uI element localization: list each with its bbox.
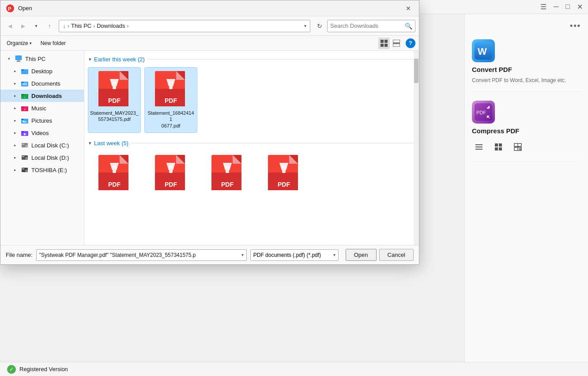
sidebar-item-pictures[interactable]: ▸ Pictures	[0, 114, 84, 127]
convert-pdf-desc: Convert PDF to Word, Excel, Image etc.	[472, 77, 581, 84]
sidebar-item-toshiba-e[interactable]: ▸ TOSHIBA (E:)	[0, 164, 84, 176]
sidebar-item-videos[interactable]: ▸ Videos	[0, 127, 84, 139]
compress-pdf-icon: PDF	[472, 101, 495, 124]
up-button[interactable]: ↑	[44, 20, 55, 32]
svg-text:PDF: PDF	[476, 110, 486, 115]
search-input[interactable]	[330, 23, 403, 29]
svg-rect-35	[384, 44, 388, 47]
svg-text:PDF: PDF	[165, 97, 177, 104]
file-item-4[interactable]: PDF	[144, 151, 197, 198]
more-menu-icon[interactable]: •••	[472, 21, 581, 30]
help-button[interactable]: ?	[406, 38, 415, 48]
table-view-icon[interactable]	[511, 140, 525, 154]
sidebar-item-local-disk-d[interactable]: ▸ Local Disk (D:)	[0, 151, 84, 164]
filetype-dropdown[interactable]: PDF documents (.pdf) (*.pdf) ▾	[250, 249, 339, 261]
svg-text:W: W	[478, 46, 487, 57]
sidebar-item-desktop[interactable]: ▸ Desktop	[0, 65, 84, 77]
expand-music-icon: ▸	[12, 105, 18, 111]
videos-folder-icon	[21, 129, 29, 137]
file-item-1[interactable]: PDF Statement_MAY2023_557341575.pdf	[88, 67, 141, 133]
search-box[interactable]: 🔍	[327, 20, 415, 32]
nav-path-drive-icon: ↓	[63, 23, 66, 30]
maximize-icon[interactable]: □	[565, 3, 570, 11]
nav-path-thispc: This PC	[71, 23, 91, 29]
scrollbar-track[interactable]	[414, 51, 419, 245]
cancel-button[interactable]: Cancel	[379, 249, 414, 261]
svg-text:PDF: PDF	[165, 181, 177, 188]
file-item-2[interactable]: PDF Statement_1684241410677.pdf	[144, 67, 197, 133]
sidebar-label-pictures: Pictures	[31, 117, 52, 124]
expand-videos-icon: ▸	[12, 130, 18, 136]
filename-dropdown-icon[interactable]: ▾	[240, 252, 244, 257]
group-title-lastweek: Last week (5)	[94, 140, 128, 147]
nav-path-downloads: Downloads	[97, 23, 125, 29]
svg-text:♪: ♪	[24, 107, 26, 111]
filename-input-wrapper[interactable]: "Systweak PDF Manager.pdf" "Statement_MA…	[36, 249, 247, 261]
sidebar-item-music[interactable]: ▸ ♪ Music	[0, 102, 84, 114]
convert-pdf-title: Convert PDF	[472, 66, 581, 73]
sidebar-item-this-pc[interactable]: ▾ This PC	[0, 53, 84, 65]
file-name-2: Statement_1684241410677.pdf	[147, 110, 195, 129]
compress-pdf-card: PDF Compress PDF	[472, 101, 581, 162]
nav-path-dropdown[interactable]: ▾	[304, 23, 306, 28]
svg-rect-89	[113, 166, 116, 173]
details-view-button[interactable]	[391, 38, 402, 49]
svg-rect-21	[499, 143, 502, 147]
svg-text:PDF: PDF	[108, 97, 121, 104]
sidebar-item-downloads[interactable]: ▸ ↓ Downloads	[0, 90, 84, 102]
sidebar-item-documents[interactable]: ▸ Documents	[0, 77, 84, 90]
menu-icon[interactable]: ☰	[540, 3, 547, 11]
open-button[interactable]: Open	[346, 249, 377, 261]
group-sep-lastweek	[131, 143, 415, 143]
collapse-earlier-icon: ▾	[89, 56, 91, 62]
file-item-5[interactable]: PDF	[201, 151, 254, 198]
minimize-icon[interactable]: ─	[554, 3, 558, 11]
bg-close-icon[interactable]: ✕	[577, 3, 583, 11]
svg-rect-22	[495, 147, 498, 150]
filename-label: File name:	[6, 252, 33, 258]
refresh-button[interactable]: ↻	[314, 20, 325, 32]
dropdown-recent-button[interactable]: ▼	[30, 20, 42, 32]
group-sep-earlier	[147, 59, 415, 60]
forward-button[interactable]: ▶	[17, 20, 29, 32]
svg-rect-45	[23, 83, 27, 84]
local-disk-c-icon	[21, 141, 29, 149]
sidebar-label-local-disk-c: Local Disk (C:)	[31, 142, 69, 149]
list-view-icon[interactable]	[472, 140, 486, 154]
filename-value: "Systweak PDF Manager.pdf" "Statement_MA…	[39, 252, 240, 258]
icon-view-button[interactable]	[378, 38, 390, 49]
svg-rect-18	[475, 147, 482, 147]
registered-text: Registered Version	[19, 366, 68, 372]
svg-rect-23	[499, 147, 502, 150]
group-title-earlier: Earlier this week (2)	[94, 56, 145, 63]
file-grid-earlier: PDF Statement_MAY2023_557341575.pdf P	[88, 67, 415, 133]
file-item-6[interactable]: PDF	[257, 151, 310, 198]
pdf-icon-6: PDF	[266, 155, 302, 194]
svg-rect-64	[22, 156, 24, 157]
svg-text:↓: ↓	[24, 95, 26, 99]
sidebar-label-local-disk-d: Local Disk (D:)	[31, 154, 69, 161]
sidebar-item-local-disk-c[interactable]: ▸ Local Disk (C:)	[0, 139, 84, 151]
grid-view-icon[interactable]	[491, 140, 505, 154]
organize-button[interactable]: Organize ▾	[4, 39, 34, 48]
group-header-earlier-this-week[interactable]: ▾ Earlier this week (2)	[88, 54, 415, 64]
svg-rect-37	[393, 44, 400, 47]
svg-text:PDF: PDF	[221, 181, 234, 188]
dialog-close-button[interactable]: ✕	[403, 3, 414, 14]
group-header-last-week[interactable]: ▾ Last week (5)	[88, 138, 415, 148]
svg-rect-82	[169, 82, 173, 89]
new-folder-button[interactable]: New folder	[38, 39, 68, 48]
svg-rect-46	[23, 84, 27, 85]
svg-rect-40	[16, 61, 21, 62]
nav-path-bar[interactable]: ↓ › This PC › Downloads › ▾	[59, 20, 310, 32]
local-disk-d-icon	[21, 154, 29, 162]
svg-rect-19	[475, 149, 482, 150]
dialog-title-left: P Open	[6, 4, 32, 13]
scrollbar-thumb[interactable]	[414, 59, 418, 83]
file-item-3[interactable]: PDF	[88, 151, 141, 198]
back-button[interactable]: ◀	[4, 20, 15, 32]
dialog-toolbar: Organize ▾ New folder ?	[0, 36, 419, 51]
svg-rect-67	[22, 169, 24, 169]
pdf-icon-4: PDF	[153, 155, 188, 194]
sidebar-label-toshiba-e: TOSHIBA (E:)	[31, 167, 67, 173]
